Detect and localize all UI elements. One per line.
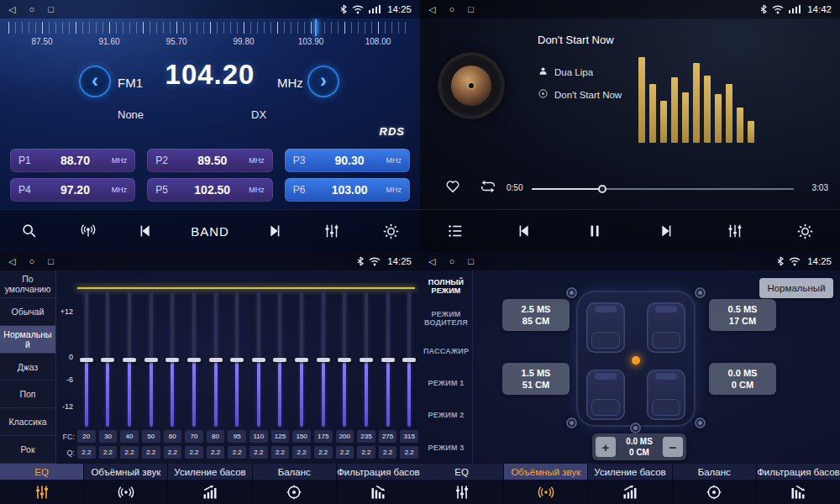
home-icon[interactable]: ○ (29, 5, 34, 14)
next-track-icon[interactable] (651, 214, 680, 248)
seat-front-left[interactable] (586, 302, 625, 353)
listen-mode-item[interactable]: РЕЖИМ 2 (420, 399, 472, 431)
eq-band-slider[interactable] (248, 292, 270, 427)
eq-slider-knob[interactable] (381, 358, 395, 362)
delay-rear-left[interactable]: 1.5 MS 51 CM (502, 363, 570, 395)
eq-band-slider[interactable] (270, 292, 291, 427)
eq-band-slider[interactable] (291, 292, 312, 427)
preset-p6-button[interactable]: P6103.00MHz (285, 178, 410, 202)
eq-slider-knob[interactable] (165, 358, 179, 362)
audio-settings-icon[interactable] (318, 214, 346, 248)
home-icon[interactable]: ○ (449, 5, 454, 14)
recents-icon[interactable]: □ (48, 5, 54, 14)
eq-band-slider[interactable] (226, 292, 248, 427)
eq-slider-knob[interactable] (209, 358, 223, 362)
tab-bass-boost[interactable]: Усиление басов (588, 464, 672, 504)
preset-p3-button[interactable]: P390.30MHz (285, 149, 410, 172)
preset-p1-button[interactable]: P188.70MHz (10, 149, 135, 172)
eq-band-slider[interactable] (377, 292, 399, 427)
eq-preset-item[interactable]: Рок (0, 436, 55, 464)
tab-surround[interactable]: Объёмный звук (504, 464, 588, 504)
tab-filter[interactable]: Фильтрация басов (337, 464, 420, 504)
repeat-mode-icon[interactable] (479, 177, 497, 199)
band-button[interactable]: BAND (191, 214, 229, 248)
tab-surround[interactable]: Объёмный звук (84, 464, 168, 504)
playlist-icon[interactable] (441, 214, 470, 248)
settings-gear-icon[interactable] (376, 214, 405, 248)
tune-down-button[interactable]: ‹ (79, 66, 111, 97)
previous-track-icon[interactable] (511, 214, 539, 248)
eq-slider-knob[interactable] (252, 358, 265, 362)
tab-bass-boost[interactable]: Усиление басов (168, 464, 252, 504)
eq-slider-knob[interactable] (338, 358, 351, 362)
pause-icon[interactable] (580, 214, 609, 248)
recents-icon[interactable]: □ (468, 5, 474, 14)
eq-preset-item[interactable]: Джаз (0, 354, 55, 381)
listen-mode-item[interactable]: РЕЖИМ 1 (420, 367, 472, 399)
eq-slider-knob[interactable] (123, 358, 136, 362)
sound-profile-button[interactable]: Нормальный (759, 278, 833, 298)
listener-position-dot[interactable] (632, 356, 640, 365)
eq-band-slider[interactable] (205, 292, 227, 427)
tab-balance[interactable]: Баланс (253, 464, 337, 504)
favorite-heart-icon[interactable] (444, 176, 462, 198)
delay-front-left[interactable]: 2.5 MS 85 CM (502, 299, 570, 331)
seek-bar[interactable] (532, 188, 794, 190)
listen-mode-item[interactable]: ПАССАЖИР (420, 335, 472, 367)
eq-slider-knob[interactable] (144, 358, 158, 362)
eq-slider-knob[interactable] (360, 358, 373, 362)
frequency-scale[interactable]: 87.50 91.60 95.70 99.80 103.90 108.00 (8, 20, 412, 54)
eq-band-slider[interactable] (312, 292, 334, 427)
back-icon[interactable]: ◁ (8, 257, 15, 266)
seat-rear-right[interactable] (647, 370, 685, 420)
back-icon[interactable]: ◁ (8, 5, 15, 14)
home-icon[interactable]: ○ (29, 257, 34, 266)
eq-band-slider[interactable] (76, 292, 97, 427)
eq-band-slider[interactable] (118, 292, 140, 427)
listen-mode-item[interactable]: ПОЛНЫЙ РЕЖИМ (420, 270, 472, 302)
seat-rear-left[interactable] (586, 370, 625, 420)
eq-preset-item[interactable]: Поп (0, 381, 55, 408)
preset-p2-button[interactable]: P289.50MHz (147, 149, 272, 172)
eq-preset-item[interactable]: Нормальный (0, 326, 55, 354)
delay-front-right[interactable]: 0.5 MS 17 CM (709, 299, 776, 331)
eq-slider-knob[interactable] (80, 358, 93, 362)
decrease-delay-button[interactable]: − (663, 437, 683, 457)
eq-slider-knob[interactable] (273, 358, 286, 362)
listen-mode-item[interactable]: РЕЖИМ 3 (420, 432, 472, 464)
listen-mode-item[interactable]: РЕЖИМ ВОДИТЕЛЯ (420, 302, 472, 334)
eq-slider-knob[interactable] (101, 358, 114, 362)
seat-front-right[interactable] (647, 302, 685, 353)
settings-gear-icon[interactable] (790, 214, 819, 248)
eq-band-slider[interactable] (398, 292, 420, 427)
eq-band-slider[interactable] (97, 292, 119, 427)
tune-up-button[interactable]: › (307, 66, 339, 97)
eq-preset-item[interactable]: Обычай (0, 298, 55, 326)
eq-slider-knob[interactable] (317, 358, 330, 362)
eq-band-slider[interactable] (183, 292, 205, 427)
recents-icon[interactable]: □ (48, 257, 54, 266)
album-art[interactable] (438, 53, 504, 118)
eq-band-slider[interactable] (162, 292, 184, 427)
next-station-icon[interactable] (260, 214, 288, 248)
eq-slider-knob[interactable] (230, 358, 244, 362)
eq-slider-knob[interactable] (402, 358, 416, 362)
eq-slider-knob[interactable] (295, 358, 308, 362)
eq-band-slider[interactable] (334, 292, 356, 427)
eq-preset-item[interactable]: По умолчанию (0, 270, 55, 298)
home-icon[interactable]: ○ (449, 257, 454, 266)
tab-filter[interactable]: Фильтрация басов (757, 464, 840, 504)
preset-p5-button[interactable]: P5102.50MHz (147, 178, 272, 202)
search-icon[interactable] (15, 214, 44, 248)
eq-band-slider[interactable] (355, 292, 377, 427)
auto-scan-icon[interactable] (74, 214, 102, 248)
eq-slider-knob[interactable] (187, 358, 201, 362)
progress-knob[interactable] (598, 185, 606, 193)
back-icon[interactable]: ◁ (428, 5, 435, 14)
delay-rear-right[interactable]: 0.0 MS 0 CM (709, 363, 776, 395)
tab-eq[interactable]: EQ (0, 464, 84, 504)
equalizer-sliders-icon[interactable] (721, 214, 749, 248)
tab-balance[interactable]: Баланс (673, 464, 757, 504)
tab-eq[interactable]: EQ (420, 464, 504, 504)
increase-delay-button[interactable]: + (596, 437, 616, 457)
